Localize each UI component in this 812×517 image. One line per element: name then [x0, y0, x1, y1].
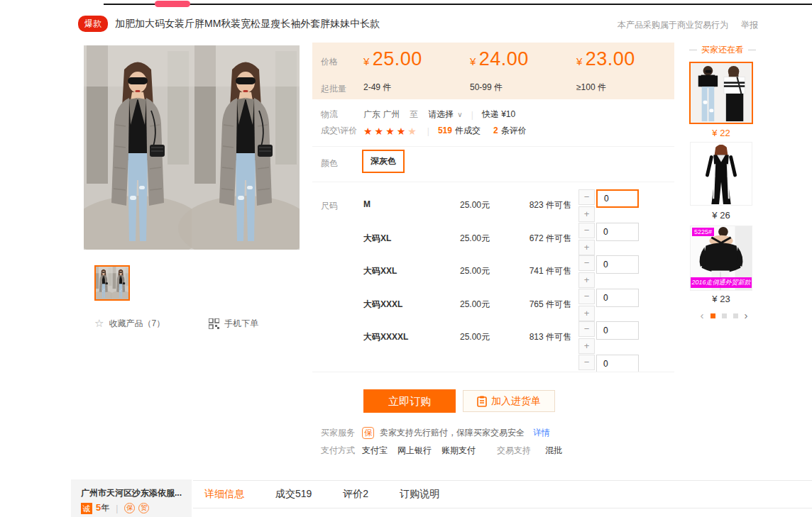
quantity-stepper: −	[578, 355, 640, 372]
quantity-stepper: − +	[578, 223, 640, 255]
related-product-3[interactable]: 5225# 2016走俏通外贸新款	[690, 226, 752, 291]
sidebar-title-text: 买家还在看	[701, 44, 744, 56]
payment-row: 支付宝 网上银行 账期支付	[362, 445, 485, 457]
quantity-input[interactable]	[596, 255, 639, 274]
sku-price: 25.00元	[460, 199, 490, 211]
related-product-2-price[interactable]: ¥ 26	[689, 210, 753, 221]
mobile-order[interactable]: 手机下单	[209, 318, 258, 330]
tab-order-notes[interactable]: 订购说明	[400, 488, 439, 501]
sku-stock: 741 件可售	[500, 265, 571, 277]
product-header: 爆款 加肥加大码女装斤胖MM秋装宽松显瘦长袖外套胖妹妹中长款	[78, 16, 380, 32]
plus-button[interactable]: +	[578, 272, 595, 288]
detail-tabbar: 详细信息 成交519 评价2 订购说明	[193, 480, 812, 508]
chevron-left-icon[interactable]: ‹	[701, 311, 704, 321]
chevron-right-icon[interactable]: ›	[745, 311, 748, 321]
color-option-selected[interactable]: 深灰色	[362, 150, 405, 173]
trade-support-value[interactable]: 混批	[545, 445, 562, 457]
divider	[312, 182, 674, 182]
mobile-order-label: 手机下单	[224, 318, 258, 330]
currency-symbol: ¥	[470, 55, 476, 67]
moq-label: 起批量	[321, 83, 346, 95]
clipboard-icon	[477, 396, 487, 407]
currency-symbol: ¥	[363, 55, 369, 67]
rating-row: ★★★★★ | 519件成交 2条评价	[363, 125, 527, 137]
sold-count: 519	[438, 126, 452, 135]
payment-method-ebank[interactable]: 网上银行	[397, 445, 432, 457]
review-count-link[interactable]: 2条评价	[493, 125, 527, 137]
price-label: 价格	[321, 56, 338, 68]
seller-years: 5年	[96, 502, 109, 514]
sold-count-link[interactable]: 519件成交	[438, 125, 481, 137]
seller-badges: 诚 5年 | 保 贸	[81, 502, 149, 514]
minus-button[interactable]: −	[578, 355, 595, 370]
minus-button[interactable]: −	[578, 189, 595, 205]
quantity-input[interactable]	[596, 189, 639, 208]
tab-reviews[interactable]: 评价2	[343, 488, 368, 501]
qr-code-icon	[209, 318, 219, 329]
video-progress-scrubber[interactable]	[155, 1, 190, 7]
guarantee-row: 保 卖家支持先行赔付，保障买家交易安全 详情	[362, 427, 550, 439]
promo-banner: 2016走俏通外贸新款	[691, 277, 752, 288]
logistics-label: 物流	[321, 109, 338, 121]
destination-select[interactable]: 请选择	[428, 109, 454, 121]
price-value-3: 23.00	[586, 48, 635, 70]
sidebar-carousel: ‹ ›	[691, 311, 757, 321]
ship-origin: 广东 广州	[363, 109, 400, 121]
divider	[312, 146, 674, 147]
plus-button[interactable]: +	[578, 206, 595, 222]
quantity-input[interactable]	[596, 355, 639, 372]
trade-medal-icon: 贸	[138, 503, 149, 513]
quantity-input[interactable]	[596, 321, 639, 340]
minus-button[interactable]: −	[578, 255, 595, 271]
minus-button[interactable]: −	[578, 321, 595, 337]
product-page: 爆款 加肥加大码女装斤胖MM秋装宽松显瘦长袖外套胖妹妹中长款 本产品采购属于商业…	[0, 0, 812, 517]
plus-button[interactable]: +	[578, 240, 595, 255]
payment-method-credit[interactable]: 账期支付	[441, 445, 476, 457]
related-product-1-price[interactable]: ¥ 22	[689, 128, 753, 138]
carousel-dot-1[interactable]	[710, 313, 715, 318]
chevron-down-icon[interactable]: ∨	[457, 111, 462, 118]
tab-detail-info[interactable]: 详细信息	[204, 488, 244, 501]
payment-label: 支付方式	[321, 445, 355, 457]
quantity-input[interactable]	[596, 289, 639, 307]
product-photo-thumb	[96, 267, 128, 299]
payment-method-alipay[interactable]: 支付宝	[362, 445, 388, 457]
star-icon: ★	[397, 126, 408, 137]
thumbnail-image[interactable]	[94, 265, 130, 301]
add-to-cart-button[interactable]: 加入进货单	[463, 390, 555, 412]
plus-button[interactable]: +	[578, 306, 595, 321]
report-link[interactable]: 举报	[741, 19, 758, 31]
sku-size: 大码XXL	[363, 265, 397, 277]
color-label: 颜色	[321, 157, 338, 169]
favorite-button[interactable]: 收藏产品（7）	[109, 318, 165, 330]
decorative-dash	[748, 50, 756, 50]
sold-suffix: 件成交	[455, 126, 481, 135]
trade-note: 本产品采购属于商业贸易行为	[618, 19, 728, 31]
divider	[312, 372, 674, 372]
shield-icon: 保	[362, 427, 374, 439]
sku-size: 大码XXXXL	[363, 331, 408, 343]
related-product-1[interactable]	[689, 62, 753, 124]
buyer-service-label: 买家服务	[321, 427, 355, 439]
order-now-button[interactable]: 立即订购	[363, 389, 456, 413]
hot-badge: 爆款	[78, 16, 108, 32]
carousel-dot-2[interactable]	[722, 313, 727, 318]
guarantee-detail-link[interactable]: 详情	[533, 427, 550, 439]
express-fee: 快递 ¥10	[482, 109, 515, 121]
quantity-input[interactable]	[596, 223, 639, 241]
tab-transactions[interactable]: 成交519	[275, 488, 312, 501]
related-product-2[interactable]	[690, 142, 752, 206]
related-product-3-price[interactable]: ¥ 23	[689, 294, 753, 304]
seller-name-link[interactable]: 广州市天河区沙东添依服...	[81, 487, 182, 499]
carousel-dot-3[interactable]	[733, 313, 738, 318]
plus-button[interactable]: +	[578, 338, 595, 354]
decorative-dash	[689, 50, 697, 50]
minus-button[interactable]: −	[578, 289, 595, 304]
sku-row: 大码XXL 25.00元 741 件可售 − +	[312, 254, 674, 287]
product-title: 加肥加大码女装斤胖MM秋装宽松显瘦长袖外套胖妹妹中长款	[115, 18, 380, 30]
minus-button[interactable]: −	[578, 223, 595, 238]
sku-list: 尺码 M 25.00元 823 件可售 − + 大码XL 25.00元 672 …	[312, 186, 674, 372]
guarantee-medal-icon: 保	[124, 503, 135, 513]
main-product-image[interactable]	[84, 45, 300, 250]
video-progress-bar[interactable]	[104, 4, 812, 5]
